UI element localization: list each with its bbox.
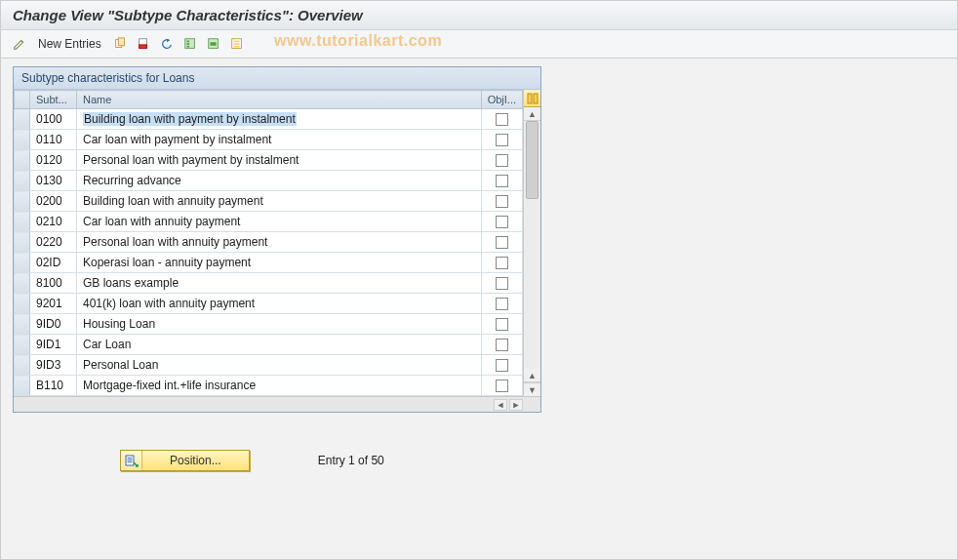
row-selector[interactable] (15, 335, 30, 355)
table-row[interactable]: 8100GB loans example (15, 273, 523, 294)
cell-name[interactable]: Car loan with annuity payment (77, 212, 482, 232)
cell-obj[interactable] (481, 355, 522, 376)
cell-subt[interactable]: 0110 (30, 130, 77, 150)
cell-subt[interactable]: 9ID3 (30, 355, 77, 376)
row-selector[interactable] (15, 376, 30, 396)
checkbox[interactable] (496, 257, 508, 269)
cell-obj[interactable] (481, 232, 522, 253)
scroll-right-icon[interactable]: ► (509, 399, 523, 411)
toggle-change-icon[interactable] (11, 35, 28, 53)
cell-obj[interactable] (481, 191, 522, 212)
cell-subt[interactable]: B110 (30, 376, 77, 396)
cell-subt[interactable]: 9ID1 (30, 335, 77, 355)
cell-name[interactable]: Personal loan with annuity payment (77, 232, 482, 253)
checkbox[interactable] (496, 359, 508, 372)
checkbox[interactable] (496, 380, 508, 392)
horizontal-scrollbar[interactable]: ◄ ► (14, 396, 540, 412)
delete-icon[interactable] (135, 35, 152, 53)
scroll-down-icon[interactable]: ▼ (524, 382, 540, 396)
deselect-all-icon[interactable] (228, 35, 246, 53)
cell-name[interactable]: Housing Loan (77, 314, 482, 335)
cell-obj[interactable] (481, 314, 522, 335)
cell-name[interactable]: GB loans example (77, 273, 482, 294)
select-block-icon[interactable] (205, 35, 222, 53)
table-row[interactable]: 9ID0Housing Loan (15, 314, 523, 335)
scroll-track[interactable] (524, 121, 540, 369)
cell-subt[interactable]: 02ID (30, 253, 77, 273)
checkbox[interactable] (496, 154, 508, 167)
cell-subt[interactable]: 0120 (30, 150, 77, 171)
cell-obj[interactable] (481, 253, 522, 273)
cell-subt[interactable]: 8100 (30, 273, 77, 294)
cell-subt[interactable]: 0200 (30, 191, 77, 212)
table-row[interactable]: 0110Car loan with payment by instalment (15, 130, 523, 150)
cell-name[interactable]: Car Loan (77, 335, 482, 355)
table-row[interactable]: 9201401(k) loan with annuity payment (15, 294, 523, 314)
cell-subt[interactable]: 0220 (30, 232, 77, 253)
table-row[interactable]: 02IDKoperasi loan - annuity payment (15, 253, 523, 273)
undo-icon[interactable] (158, 35, 176, 53)
cell-name[interactable]: Koperasi loan - annuity payment (77, 253, 482, 273)
cell-obj[interactable] (481, 171, 522, 191)
checkbox[interactable] (496, 113, 508, 126)
cell-obj[interactable] (481, 273, 522, 294)
cell-subt[interactable]: 0210 (30, 212, 77, 232)
cell-name[interactable]: Building loan with payment by instalment (77, 109, 482, 130)
cell-name[interactable]: 401(k) loan with annuity payment (77, 294, 482, 314)
table-row[interactable]: 0210Car loan with annuity payment (15, 212, 523, 232)
col-obj[interactable]: ObjI... (481, 91, 522, 109)
checkbox[interactable] (496, 195, 508, 208)
cell-obj[interactable] (481, 109, 522, 130)
col-subt[interactable]: Subt... (30, 91, 77, 109)
row-selector[interactable] (15, 109, 30, 130)
table-row[interactable]: 0120Personal loan with payment by instal… (15, 150, 523, 171)
col-rowselector[interactable] (15, 91, 30, 109)
configure-columns-icon[interactable] (524, 90, 540, 107)
vertical-scrollbar[interactable]: ▲ ▲ ▼ (523, 90, 540, 396)
checkbox[interactable] (496, 134, 508, 146)
row-selector[interactable] (15, 191, 30, 212)
cell-name[interactable]: Building loan with annuity payment (77, 191, 482, 212)
table-row[interactable]: 0100Building loan with payment by instal… (15, 109, 523, 130)
row-selector[interactable] (15, 130, 30, 150)
scroll-up2-icon[interactable]: ▲ (524, 369, 540, 382)
row-selector[interactable] (15, 355, 30, 376)
cell-obj[interactable] (481, 294, 522, 314)
table-row[interactable]: 0220Personal loan with annuity payment (15, 232, 523, 253)
select-all-icon[interactable] (181, 35, 199, 53)
row-selector[interactable] (15, 314, 30, 335)
row-selector[interactable] (15, 171, 30, 191)
row-selector[interactable] (15, 294, 30, 314)
scroll-up-icon[interactable]: ▲ (524, 107, 540, 121)
table-row[interactable]: 9ID1Car Loan (15, 335, 523, 355)
scroll-thumb[interactable] (526, 121, 539, 199)
row-selector[interactable] (15, 273, 30, 294)
table-row[interactable]: 0130Recurring advance (15, 171, 523, 191)
scroll-left-icon[interactable]: ◄ (494, 399, 507, 411)
checkbox[interactable] (496, 175, 508, 187)
checkbox[interactable] (496, 277, 508, 290)
cell-name[interactable]: Mortgage-fixed int.+life insurance (77, 376, 482, 396)
row-selector[interactable] (15, 232, 30, 253)
row-selector[interactable] (15, 150, 30, 171)
cell-subt[interactable]: 9201 (30, 294, 77, 314)
cell-name[interactable]: Recurring advance (77, 171, 482, 191)
cell-subt[interactable]: 9ID0 (30, 314, 77, 335)
checkbox[interactable] (496, 216, 508, 228)
col-name[interactable]: Name (77, 91, 482, 109)
cell-name[interactable]: Personal Loan (77, 355, 482, 376)
checkbox[interactable] (496, 236, 508, 249)
cell-subt[interactable]: 0130 (30, 171, 77, 191)
checkbox[interactable] (496, 318, 508, 331)
row-selector[interactable] (15, 253, 30, 273)
checkbox[interactable] (496, 298, 508, 310)
cell-obj[interactable] (481, 130, 522, 150)
position-button[interactable]: Position... (120, 450, 250, 471)
checkbox[interactable] (496, 339, 508, 351)
copy-as-icon[interactable] (111, 35, 129, 53)
cell-name[interactable]: Car loan with payment by instalment (77, 130, 482, 150)
cell-obj[interactable] (481, 335, 522, 355)
cell-subt[interactable]: 0100 (30, 109, 77, 130)
table-row[interactable]: 0200Building loan with annuity payment (15, 191, 523, 212)
cell-name[interactable]: Personal loan with payment by instalment (77, 150, 482, 171)
